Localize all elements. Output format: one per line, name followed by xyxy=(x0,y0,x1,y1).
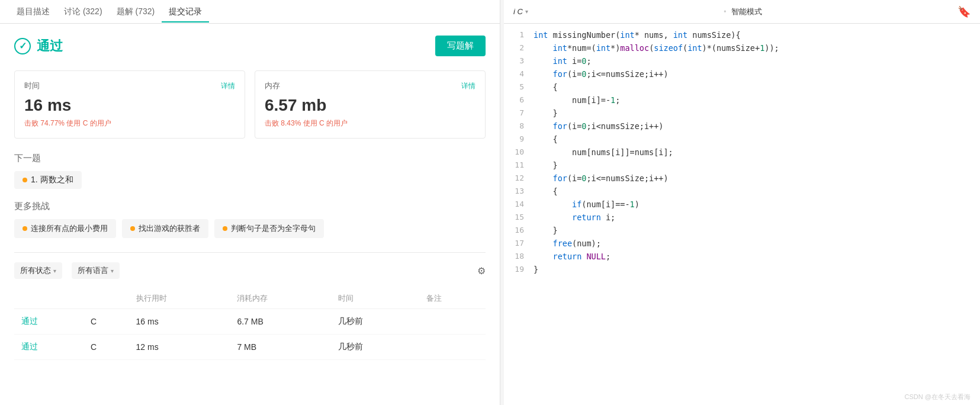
table-header-row: 执行用时 消耗内存 时间 备注 xyxy=(14,288,486,309)
write-solution-button[interactable]: 写题解 xyxy=(435,36,486,56)
next-problem-label: 1. 两数之和 xyxy=(31,175,73,185)
challenge-dot-1 xyxy=(130,226,135,231)
challenge-item-1[interactable]: 找出游戏的获胜者 xyxy=(122,219,208,238)
challenge-label-2: 判断句子是否为全字母句 xyxy=(231,223,316,234)
line-content: } xyxy=(534,224,980,237)
submissions-table-section: 所有状态 ▾ 所有语言 ▾ ⚙ 执行用时 消耗内存 时间 xyxy=(14,252,486,360)
check-icon: ✓ xyxy=(14,38,31,54)
code-line: 15 return i; xyxy=(504,211,980,224)
line-number: 5 xyxy=(504,81,534,94)
code-line: 18 return NULL; xyxy=(504,250,980,263)
line-number: 1 xyxy=(504,28,534,41)
line-content: int i=0; xyxy=(534,54,980,68)
line-content: for(i=0;i<=numsSize;i++) xyxy=(534,68,980,81)
time-stat-card: 时间 详情 16 ms 击败 74.77% 使用 C 的用户 xyxy=(14,70,245,139)
code-line: 8 for(i=0;i<numsSize;i++) xyxy=(504,120,980,133)
challenge-item-2[interactable]: 判断句子是否为全字母句 xyxy=(214,219,324,238)
line-content: return i; xyxy=(534,211,980,224)
time-stat-header: 时间 详情 xyxy=(24,81,235,91)
submission-note-1 xyxy=(419,335,486,360)
code-line: 14 if(num[i]==-1) xyxy=(504,198,980,211)
submission-time-0: 几秒前 xyxy=(331,309,419,335)
line-content: return NULL; xyxy=(534,250,980,263)
tab-description[interactable]: 题目描述 xyxy=(9,2,57,22)
code-editor[interactable]: 1int missingNumber(int* nums, int numsSi… xyxy=(504,24,980,389)
code-line: 9 { xyxy=(504,133,980,146)
code-line: 5 { xyxy=(504,81,980,94)
status-filter-button[interactable]: 所有状态 ▾ xyxy=(14,262,62,279)
submissions-table: 执行用时 消耗内存 时间 备注 通过 C 16 ms 6.7 MB 几秒前 通过… xyxy=(14,288,486,360)
code-line: 7 } xyxy=(504,107,980,120)
lang-filter-button[interactable]: 所有语言 ▾ xyxy=(72,262,120,279)
code-line: 4 for(i=0;i<=numsSize;i++) xyxy=(504,68,980,81)
line-content: for(i=0;i<=numsSize;i++) xyxy=(534,172,980,185)
line-number: 4 xyxy=(504,68,534,81)
col-header-lang xyxy=(83,288,129,309)
line-content: for(i=0;i<numsSize;i++) xyxy=(534,120,980,133)
editor-header: i C ▾ • 智能模式 🔖 xyxy=(504,0,980,24)
more-challenges-section: 更多挑战 连接所有点的最小费用 找出游戏的获胜者 判断句子是否为全字母句 xyxy=(14,201,486,238)
code-line: 17 free(num); xyxy=(504,237,980,250)
code-line: 19} xyxy=(504,263,980,276)
lang-icon: i C xyxy=(513,7,523,16)
code-line: 12 for(i=0;i<=numsSize;i++) xyxy=(504,172,980,185)
line-number: 6 xyxy=(504,94,534,107)
time-label: 时间 xyxy=(24,81,40,91)
line-number: 12 xyxy=(504,172,534,185)
bookmark-button[interactable]: 🔖 xyxy=(957,5,971,18)
line-number: 14 xyxy=(504,198,534,211)
tab-solutions[interactable]: 题解 (732) xyxy=(110,2,162,22)
line-number: 13 xyxy=(504,185,534,198)
challenge-item-0[interactable]: 连接所有点的最小费用 xyxy=(14,219,116,238)
submission-time-1: 几秒前 xyxy=(331,335,419,360)
left-panel: 题目描述 讨论 (322) 题解 (732) 提交记录 ✓ 通过 写题解 时间 … xyxy=(0,0,500,405)
line-number: 2 xyxy=(504,41,534,54)
status-filter-label: 所有状态 xyxy=(20,265,51,276)
next-problem-item[interactable]: 1. 两数之和 xyxy=(14,171,82,189)
submission-exec-1: 12 ms xyxy=(129,335,230,360)
memory-label: 内存 xyxy=(265,81,280,91)
line-content: int*num=(int*)malloc(sizeof(int)*(numsSi… xyxy=(534,41,980,54)
code-line: 6 num[i]=-1; xyxy=(504,94,980,107)
code-line: 1int missingNumber(int* nums, int numsSi… xyxy=(504,28,980,41)
line-content: int missingNumber(int* nums, int numsSiz… xyxy=(534,28,980,41)
chevron-down-icon-2: ▾ xyxy=(111,268,114,274)
pass-label: 通过 xyxy=(37,37,63,55)
pass-text: ✓ 通过 xyxy=(14,37,63,55)
line-number: 19 xyxy=(504,263,534,276)
col-header-status xyxy=(14,288,83,309)
time-detail-link[interactable]: 详情 xyxy=(221,81,235,91)
watermark: CSDN @在冬天去看海 xyxy=(504,389,980,405)
lang-chevron-icon: ▾ xyxy=(525,8,528,15)
memory-detail-link[interactable]: 详情 xyxy=(461,81,475,91)
tab-submissions[interactable]: 提交记录 xyxy=(162,2,209,22)
table-filters: 所有状态 ▾ 所有语言 ▾ ⚙ xyxy=(14,262,486,279)
code-line: 16 } xyxy=(504,224,980,237)
settings-button[interactable]: ⚙ xyxy=(477,265,486,277)
submission-memory-1: 7 MB xyxy=(230,335,331,360)
tab-discussion[interactable]: 讨论 (322) xyxy=(57,2,110,22)
line-number: 15 xyxy=(504,211,534,224)
memory-stat-header: 内存 详情 xyxy=(265,81,475,91)
content-area: ✓ 通过 写题解 时间 详情 16 ms 击败 74.77% 使用 C 的用户 … xyxy=(0,24,500,372)
tabs-bar: 题目描述 讨论 (322) 题解 (732) 提交记录 xyxy=(0,0,500,24)
right-panel: i C ▾ • 智能模式 🔖 1int missingNumber(int* n… xyxy=(504,0,980,405)
submission-status-0[interactable]: 通过 xyxy=(21,316,38,326)
table-row: 通过 C 16 ms 6.7 MB 几秒前 xyxy=(14,309,486,335)
line-number: 18 xyxy=(504,250,534,263)
memory-stat-card: 内存 详情 6.57 mb 击败 8.43% 使用 C 的用户 xyxy=(255,70,486,139)
submission-status-1[interactable]: 通过 xyxy=(21,342,38,351)
memory-value: 6.57 mb xyxy=(265,96,475,115)
line-content: { xyxy=(534,185,980,198)
smart-mode-selector[interactable]: 智能模式 xyxy=(731,7,762,17)
smart-mode-label: 智能模式 xyxy=(731,7,762,17)
separator: • xyxy=(724,8,726,16)
code-line: 13 { xyxy=(504,185,980,198)
line-content: num[nums[i]]=nums[i]; xyxy=(534,146,980,159)
line-content: free(num); xyxy=(534,237,980,250)
time-desc: 击败 74.77% 使用 C 的用户 xyxy=(24,118,235,128)
code-line: 3 int i=0; xyxy=(504,54,980,68)
challenge-label-1: 找出游戏的获胜者 xyxy=(139,223,200,234)
language-selector[interactable]: i C ▾ xyxy=(513,7,528,16)
submission-note-0 xyxy=(419,309,486,335)
